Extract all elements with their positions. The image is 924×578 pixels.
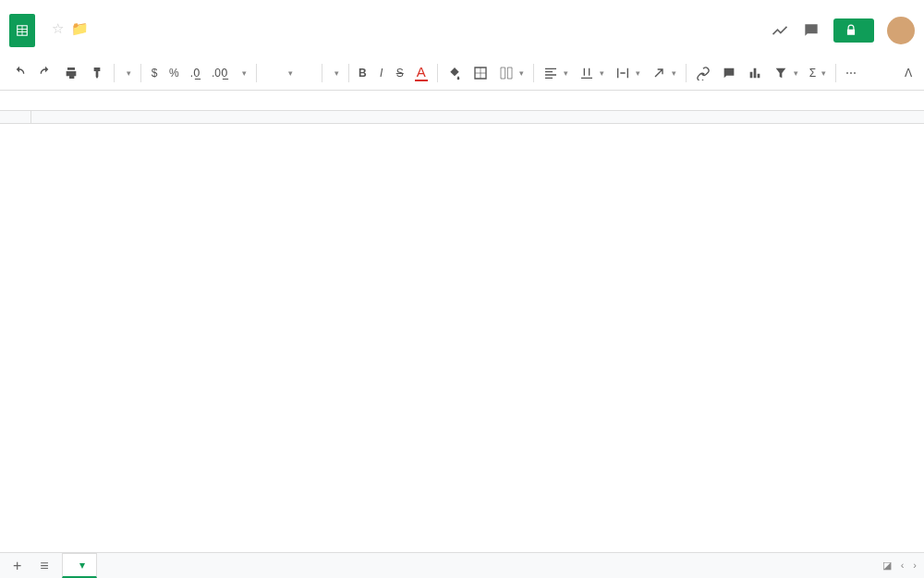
link-button[interactable] [691,62,715,84]
all-sheets-button[interactable]: ≡ [34,558,54,574]
toolbar: $ % .0̲ .00̲ B I S A Σ ⋯ ᐱ [0,55,924,91]
formula-bar[interactable] [0,91,924,111]
column-headers [31,111,924,124]
wrap-button[interactable] [611,62,645,84]
activity-icon[interactable] [771,21,789,40]
italic-button[interactable]: I [373,63,390,83]
valign-button[interactable] [575,62,609,84]
grid-area [0,111,924,555]
decimal-decrease-button[interactable]: .0̲ [186,63,205,83]
halign-button[interactable] [539,62,573,84]
lock-icon [845,24,857,37]
merge-button[interactable] [494,62,529,84]
undo-button[interactable] [7,62,31,84]
number-format-select[interactable] [235,65,251,81]
comments-icon[interactable] [802,21,821,40]
select-all-corner[interactable] [0,111,31,124]
font-size-select[interactable] [327,65,344,81]
folder-icon[interactable]: 📁 [71,20,89,37]
tab-dropdown-icon[interactable]: ▾ [79,559,85,572]
header-right [771,17,915,44]
title-area: ☆ 📁 [44,20,771,41]
strike-button[interactable]: S [392,63,408,83]
app-header: ☆ 📁 [0,0,924,55]
print-button[interactable] [59,62,83,84]
decimal-increase-button[interactable]: .00̲ [207,63,233,83]
collapse-toolbar-button[interactable]: ᐱ [900,63,917,83]
avatar[interactable] [887,17,915,44]
paint-format-button[interactable] [85,62,109,84]
bold-button[interactable]: B [354,63,371,83]
sheet-tab[interactable]: ▾ [62,553,97,578]
percent-button[interactable]: % [164,63,184,83]
functions-button[interactable]: Σ [805,63,831,83]
filter-button[interactable] [769,62,803,84]
explore-button[interactable]: ◪ [882,560,892,572]
rotate-button[interactable] [647,62,681,84]
sheets-logo[interactable] [9,14,35,47]
chart-button[interactable] [743,62,767,84]
scroll-right-button[interactable]: › [913,560,917,572]
currency-button[interactable]: $ [146,63,163,83]
more-button[interactable]: ⋯ [841,63,861,83]
sheet-tabs: + ≡ ▾ ◪ ‹ › [0,552,924,578]
sheet[interactable] [31,111,924,555]
zoom-select[interactable] [119,65,136,81]
share-button[interactable] [833,18,874,43]
row-headers-col [0,111,31,555]
add-sheet-button[interactable]: + [7,558,27,574]
borders-button[interactable] [468,62,492,84]
star-icon[interactable]: ☆ [52,20,64,37]
text-color-button[interactable]: A [410,60,432,85]
fill-color-button[interactable] [443,62,467,84]
comment-button[interactable] [717,62,741,84]
font-select[interactable] [261,65,317,81]
scroll-left-button[interactable]: ‹ [901,560,905,572]
redo-button[interactable] [33,62,57,84]
